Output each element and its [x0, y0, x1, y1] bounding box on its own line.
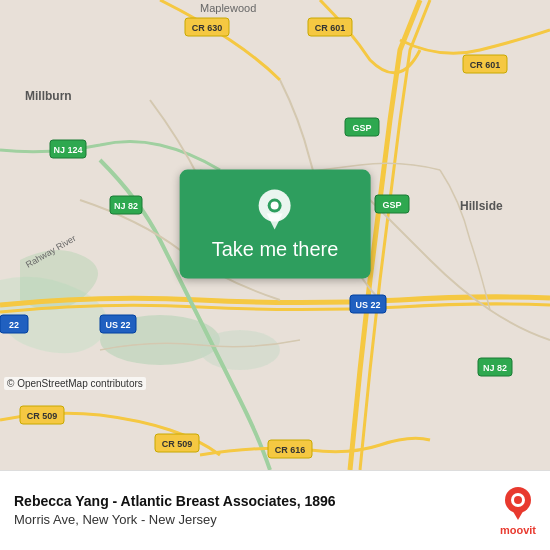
svg-text:CR 509: CR 509 [27, 411, 58, 421]
location-info: Rebecca Yang - Atlantic Breast Associate… [14, 492, 490, 530]
map-container: CR 630 CR 601 CR 601 GSP GSP NJ 124 NJ 8… [0, 0, 550, 470]
info-bar: Rebecca Yang - Atlantic Breast Associate… [0, 470, 550, 550]
moovit-logo: moovit [500, 486, 536, 536]
svg-text:CR 601: CR 601 [470, 60, 501, 70]
svg-text:NJ 82: NJ 82 [483, 363, 507, 373]
svg-text:US 22: US 22 [355, 300, 380, 310]
svg-text:Millburn: Millburn [25, 89, 72, 103]
take-me-there-button[interactable]: Take me there [180, 170, 371, 279]
svg-text:NJ 82: NJ 82 [114, 201, 138, 211]
svg-point-41 [514, 496, 522, 504]
svg-point-2 [200, 330, 280, 370]
svg-text:Hillside: Hillside [460, 199, 503, 213]
svg-point-37 [271, 202, 279, 210]
svg-text:Maplewood: Maplewood [200, 2, 256, 14]
take-me-there-label: Take me there [212, 238, 339, 261]
svg-text:CR 601: CR 601 [315, 23, 346, 33]
svg-text:US 22: US 22 [105, 320, 130, 330]
location-subtitle: Morris Ave, New York - New Jersey [14, 511, 490, 529]
copyright-text: © OpenStreetMap contributors [4, 377, 146, 390]
moovit-text: moovit [500, 524, 536, 536]
svg-text:NJ 124: NJ 124 [53, 145, 82, 155]
location-title: Rebecca Yang - Atlantic Breast Associate… [14, 492, 490, 512]
svg-text:CR 630: CR 630 [192, 23, 223, 33]
svg-marker-38 [267, 214, 283, 230]
svg-text:GSP: GSP [382, 200, 401, 210]
location-pin-icon [253, 188, 297, 232]
svg-marker-42 [511, 508, 525, 520]
svg-text:GSP: GSP [352, 123, 371, 133]
svg-text:CR 616: CR 616 [275, 445, 306, 455]
svg-text:CR 509: CR 509 [162, 439, 193, 449]
moovit-icon [500, 486, 536, 522]
svg-text:22: 22 [9, 320, 19, 330]
